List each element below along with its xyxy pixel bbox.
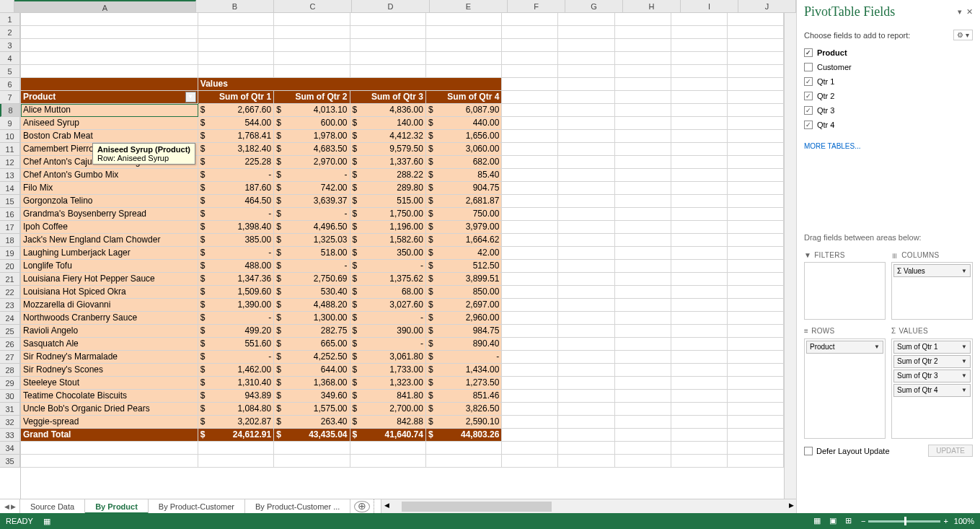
pivot-row-10[interactable]: Jack's New England Clam Chowder xyxy=(21,234,198,247)
grid-cell[interactable] xyxy=(558,104,614,117)
pivot-value-15-0[interactable]: $1,390.00 xyxy=(198,299,274,312)
grid-cell[interactable] xyxy=(502,26,558,39)
grid-cell[interactable] xyxy=(728,416,784,429)
pivot-value-12-2[interactable]: $- xyxy=(350,260,426,273)
pivot-value-5-1[interactable]: $- xyxy=(274,169,350,182)
grid-cell[interactable] xyxy=(502,182,558,195)
pivot-value-24-3[interactable]: $2,590.10 xyxy=(426,416,502,429)
sheet-nav-arrows[interactable]: ◀▶ xyxy=(0,499,20,513)
pivot-value-17-0[interactable]: $499.20 xyxy=(198,325,274,338)
grid-cell[interactable] xyxy=(728,364,784,377)
grid-cell[interactable] xyxy=(615,364,671,377)
grid-cell[interactable] xyxy=(728,130,784,143)
pivot-value-20-0[interactable]: $1,462.00 xyxy=(198,364,274,377)
grid-cell[interactable] xyxy=(615,52,671,65)
grid-cell[interactable] xyxy=(671,195,728,208)
grid-cell[interactable] xyxy=(502,416,558,429)
grid-cell[interactable] xyxy=(728,182,784,195)
pivot-value-3-0[interactable]: $3,182.40 xyxy=(198,143,274,156)
pivot-value-20-2[interactable]: $1,733.00 xyxy=(350,364,426,377)
sheet-tab-0[interactable]: Source Data xyxy=(20,499,85,513)
field-item-qtr-2[interactable]: ✓Qtr 2 xyxy=(804,89,973,102)
pivot-value-13-2[interactable]: $1,375.62 xyxy=(350,273,426,286)
vertical-scrollbar[interactable] xyxy=(784,13,796,499)
pivot-value-20-3[interactable]: $1,434.00 xyxy=(426,364,502,377)
grid-cell[interactable] xyxy=(558,455,614,468)
row-header-29[interactable]: 29 xyxy=(0,377,20,390)
row-header-30[interactable]: 30 xyxy=(0,390,20,403)
grid-cell[interactable] xyxy=(615,247,671,260)
grid-cell[interactable] xyxy=(502,117,558,130)
pivot-value-0-3[interactable]: $6,087.90 xyxy=(426,104,502,117)
pivot-value-19-3[interactable]: $- xyxy=(426,351,502,364)
grid-cell[interactable] xyxy=(671,338,728,351)
pivot-value-21-3[interactable]: $1,273.50 xyxy=(426,377,502,390)
pivot-value-22-1[interactable]: $349.60 xyxy=(274,390,350,403)
pivot-value-7-1[interactable]: $3,639.37 xyxy=(274,195,350,208)
grid-cell[interactable] xyxy=(615,260,671,273)
grid-cell[interactable] xyxy=(558,13,614,26)
row-header-31[interactable]: 31 xyxy=(0,403,20,416)
page-break-view-button[interactable]: ⊞ xyxy=(845,516,855,526)
pivot-value-14-1[interactable]: $530.40 xyxy=(274,286,350,299)
pivot-value-19-0[interactable]: $- xyxy=(198,351,274,364)
pivot-value-15-1[interactable]: $4,488.20 xyxy=(274,299,350,312)
grid-cell[interactable] xyxy=(671,429,728,442)
pivot-value-10-0[interactable]: $385.00 xyxy=(198,234,274,247)
pivot-row-20[interactable]: Sir Rodney's Scones xyxy=(21,364,198,377)
grid-cell[interactable] xyxy=(728,143,784,156)
grid-cell[interactable] xyxy=(728,104,784,117)
row-header-11[interactable]: 11 xyxy=(0,143,20,156)
row-header-25[interactable]: 25 xyxy=(0,325,20,338)
pivot-value-0-2[interactable]: $4,836.00 xyxy=(350,104,426,117)
normal-view-button[interactable]: ▦ xyxy=(813,516,824,526)
grid-cell[interactable] xyxy=(274,13,350,26)
pivot-value-0-0[interactable]: $2,667.60 xyxy=(198,104,274,117)
pivot-row-2[interactable]: Boston Crab Meat xyxy=(21,130,198,143)
grid-cell[interactable] xyxy=(671,169,728,182)
zoom-in-button[interactable]: + xyxy=(943,517,948,525)
row-header-19[interactable]: 19 xyxy=(0,247,20,260)
grid-cell[interactable] xyxy=(615,169,671,182)
pivot-value-15-2[interactable]: $3,027.60 xyxy=(350,299,426,312)
grid-cell[interactable] xyxy=(558,273,614,286)
pivot-value-4-3[interactable]: $682.00 xyxy=(426,156,502,169)
grid-cell[interactable] xyxy=(274,52,350,65)
grid-cell[interactable] xyxy=(558,338,614,351)
grid-cell[interactable] xyxy=(558,286,614,299)
pivot-value-5-2[interactable]: $288.22 xyxy=(350,169,426,182)
page-layout-view-button[interactable]: ▣ xyxy=(829,516,839,526)
pivot-value-1-0[interactable]: $544.00 xyxy=(198,117,274,130)
zoom-slider[interactable]: − + xyxy=(861,517,948,525)
row-header-3[interactable]: 3 xyxy=(0,39,20,52)
grid-cell[interactable] xyxy=(615,117,671,130)
column-header-I[interactable]: I xyxy=(681,0,738,13)
grid-cell[interactable] xyxy=(615,39,671,52)
grid-cell[interactable] xyxy=(426,39,502,52)
zoom-out-button[interactable]: − xyxy=(861,517,865,525)
grid-cell[interactable] xyxy=(558,78,614,91)
row-header-23[interactable]: 23 xyxy=(0,299,20,312)
pivot-value-12-3[interactable]: $512.50 xyxy=(426,260,502,273)
pivot-value-23-1[interactable]: $1,575.00 xyxy=(274,403,350,416)
grid-cell[interactable] xyxy=(426,442,502,455)
pivot-row-24[interactable]: Veggie-spread xyxy=(21,416,198,429)
grid-cell[interactable] xyxy=(350,39,426,52)
pivot-value-2-3[interactable]: $1,656.00 xyxy=(426,130,502,143)
pivot-value-2-0[interactable]: $1,768.41 xyxy=(198,130,274,143)
pivot-value-7-0[interactable]: $464.50 xyxy=(198,195,274,208)
pivot-row-0[interactable]: Alice Mutton xyxy=(21,104,198,117)
grid-cell[interactable] xyxy=(558,117,614,130)
grid-cell[interactable] xyxy=(728,52,784,65)
area-item[interactable]: Sum of Qtr 3▼ xyxy=(893,370,971,382)
grid-cell[interactable] xyxy=(671,234,728,247)
row-header-1[interactable]: 1 xyxy=(0,13,20,26)
grid-cell[interactable] xyxy=(21,52,198,65)
grid-cell[interactable] xyxy=(558,65,614,78)
grid-cell[interactable] xyxy=(671,403,728,416)
row-header-35[interactable]: 35 xyxy=(0,455,20,468)
grid-cell[interactable] xyxy=(671,221,728,234)
grid-cell[interactable] xyxy=(502,442,558,455)
pivot-value-22-3[interactable]: $851.46 xyxy=(426,390,502,403)
column-header-D[interactable]: D xyxy=(352,0,430,13)
